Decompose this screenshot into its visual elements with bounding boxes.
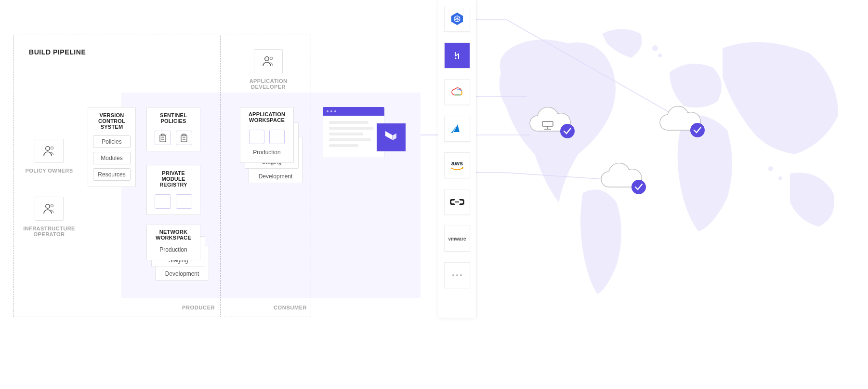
app-ws-prod: APPLICATION WORKSPACE Production: [240, 107, 294, 163]
svg-point-31: [532, 46, 537, 51]
provider-vmware-icon: vmware: [444, 226, 470, 252]
svg-point-4: [46, 204, 50, 208]
svg-point-29: [768, 166, 773, 171]
policy-doc-icon: [155, 131, 171, 145]
vcs-item-resources: Resources: [93, 168, 131, 181]
provider-alibaba-icon: [444, 189, 470, 215]
aws-text: aws: [451, 160, 463, 167]
registry-title: PRIVATE MODULE REGISTRY: [147, 165, 200, 191]
cloud-deploy-na: [526, 107, 579, 142]
user-group-icon: [43, 203, 55, 215]
provider-gcp-icon: [444, 79, 470, 105]
infra-operator-icon-tile: [35, 197, 64, 221]
workspace-module-icon: [249, 130, 264, 144]
sentinel-card: SENTINEL POLICIES: [146, 107, 200, 151]
svg-point-5: [51, 204, 53, 207]
provider-aws-icon: aws: [444, 152, 470, 178]
svg-point-24: [452, 274, 454, 276]
app-ws-prod-label: Production: [242, 148, 291, 160]
providers-column: aws vmware: [438, 0, 476, 318]
svg-point-2: [46, 147, 50, 150]
user-group-icon: [262, 55, 275, 67]
app-ws-title: APPLICATION WORKSPACE: [242, 107, 291, 127]
svg-point-28: [658, 54, 662, 57]
producer-label: PRODUCER: [182, 305, 215, 310]
sentinel-title: SENTINEL POLICIES: [147, 107, 200, 128]
terraform-app-window: [323, 107, 408, 155]
policy-owners-icon-tile: [35, 139, 64, 163]
network-ws-prod: NETWORK WORKSPACE Production: [146, 225, 200, 260]
world-map-background: [482, 19, 857, 318]
svg-point-27: [652, 45, 658, 51]
app-developer-label: APPLICATION DEVELOPER: [239, 78, 297, 90]
terraform-logo-icon: [377, 123, 406, 151]
svg-point-25: [456, 274, 458, 276]
vcs-item-policies: Policies: [93, 135, 131, 148]
vcs-item-modules: Modules: [93, 152, 131, 164]
svg-point-30: [778, 176, 782, 180]
vcs-card: VERSION CONTROL SYSTEM Policies Modules …: [88, 107, 136, 187]
svg-point-26: [460, 274, 462, 276]
user-group-icon: [43, 145, 55, 157]
application-workspace-stack: Development Staging APPLICATION WORKSPAC…: [240, 107, 302, 189]
registry-card: PRIVATE MODULE REGISTRY: [146, 165, 200, 215]
svg-point-3: [51, 147, 53, 149]
svg-point-36: [560, 124, 575, 138]
vcs-title: VERSION CONTROL SYSTEM: [88, 107, 135, 134]
network-ws-title: NETWORK WORKSPACE: [149, 225, 198, 244]
provider-heroku-icon: [444, 42, 470, 68]
svg-point-32: [542, 39, 546, 43]
cloud-deploy-eu: [656, 106, 709, 141]
svg-point-0: [265, 57, 269, 61]
infra-operator-label: INFRASTRUCTURE OPERATOR: [20, 226, 78, 237]
policy-owners-label: POLICY OWNERS: [20, 168, 78, 174]
provider-more-icon: [444, 262, 470, 288]
policy-doc-icon: [176, 131, 192, 145]
svg-rect-22: [453, 50, 461, 61]
consumer-label: CONSUMER: [274, 305, 307, 310]
workspace-module-icon: [269, 130, 285, 144]
window-title-bar: [323, 107, 384, 116]
provider-kubernetes-icon: [444, 6, 470, 32]
svg-point-1: [270, 57, 272, 59]
svg-point-38: [631, 180, 646, 194]
cloud-deploy-sa: [597, 163, 650, 198]
provider-azure-icon: [444, 116, 470, 142]
build-pipeline-title: BUILD PIPELINE: [29, 48, 86, 56]
module-box-icon: [155, 194, 171, 209]
app-developer-icon-tile: [254, 49, 283, 73]
module-box-icon: [176, 194, 192, 209]
network-workspace-stack: Development Staging NETWORK WORKSPACE Pr…: [146, 225, 209, 287]
window-content-placeholder: [323, 116, 384, 158]
svg-rect-23: [455, 201, 459, 202]
vmware-text: vmware: [448, 236, 466, 241]
network-ws-prod-label: Production: [149, 244, 198, 257]
svg-point-37: [690, 123, 705, 137]
